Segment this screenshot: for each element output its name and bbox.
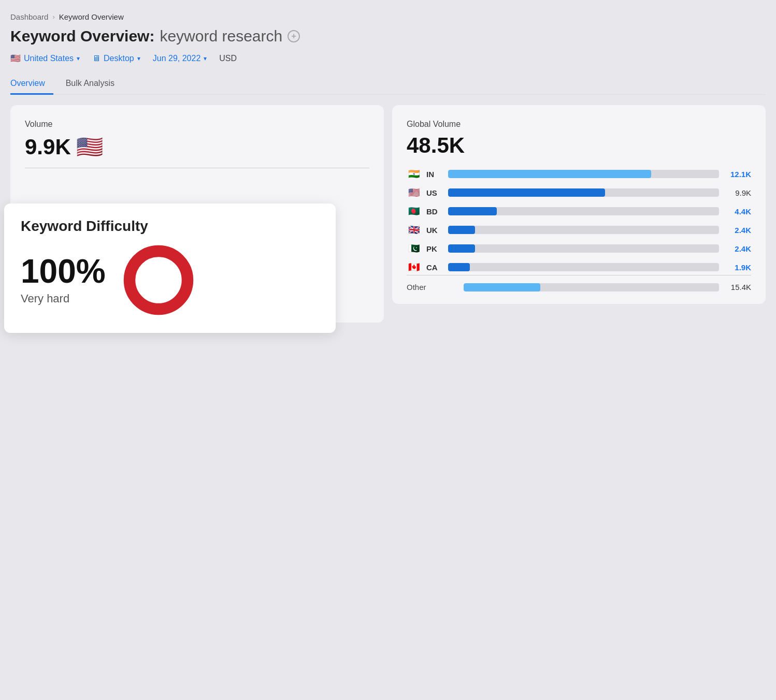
filters-row: 🇺🇸 United States ▾ 🖥 Desktop ▾ Jun 29, 2…	[10, 53, 766, 63]
country-count-pk: 2.4K	[724, 244, 751, 253]
country-flag-pk: 🇵🇰	[407, 243, 421, 254]
date-label: Jun 29, 2022	[153, 54, 201, 63]
page-title-prefix: Keyword Overview:	[10, 27, 154, 45]
gv-value: 48.5K	[407, 133, 751, 158]
country-row: 🇨🇦 CA 1.9K	[407, 261, 751, 273]
bar-fill-bd	[448, 207, 497, 215]
country-label: United States	[24, 54, 74, 63]
global-volume-card: Global Volume 48.5K 🇮🇳 IN 12.1K 🇺🇸 US 9.…	[392, 105, 766, 304]
gv-label: Global Volume	[407, 120, 751, 129]
tab-bulk-analysis[interactable]: Bulk Analysis	[66, 74, 123, 95]
bar-container-uk	[448, 226, 719, 234]
country-row: 🇺🇸 US 9.9K	[407, 187, 751, 198]
country-code-ca: CA	[426, 263, 443, 272]
bar-fill-in	[448, 170, 651, 178]
bar-container-ca	[448, 263, 719, 271]
cards-row: Volume 9.9K 🇺🇸 Keyword Difficulty 100% V…	[10, 105, 766, 323]
desktop-icon: 🖥	[92, 54, 100, 63]
bar-fill-pk	[448, 244, 475, 253]
kd-label: Keyword Difficulty	[21, 218, 319, 235]
bar-container-us	[448, 188, 719, 197]
volume-value: 9.9K 🇺🇸	[25, 134, 369, 159]
country-flag-uk: 🇬🇧	[407, 224, 421, 236]
kd-body: 100% Very hard	[21, 244, 319, 316]
page-title-keyword: keyword research	[160, 27, 282, 45]
bar-container-pk	[448, 244, 719, 253]
page-title-container: Keyword Overview: keyword research +	[10, 27, 766, 45]
volume-card: Volume 9.9K 🇺🇸 Keyword Difficulty 100% V…	[10, 105, 384, 323]
date-chevron-icon: ▾	[204, 55, 207, 62]
breadcrumb-parent[interactable]: Dashboard	[10, 12, 48, 21]
country-count-us: 9.9K	[724, 188, 751, 197]
volume-divider	[25, 168, 369, 168]
country-code-us: US	[426, 188, 443, 197]
other-bar-container	[464, 283, 719, 291]
country-flag-bd: 🇧🇩	[407, 206, 421, 217]
kd-percent: 100%	[21, 255, 106, 288]
country-count-ca: 1.9K	[724, 263, 751, 272]
device-filter[interactable]: 🖥 Desktop ▾	[92, 54, 140, 63]
country-count-bd: 4.4K	[724, 207, 751, 216]
country-filter[interactable]: 🇺🇸 United States ▾	[10, 53, 80, 63]
kd-left: 100% Very hard	[21, 255, 106, 305]
country-row: 🇬🇧 UK 2.4K	[407, 224, 751, 236]
kd-description: Very hard	[21, 292, 106, 305]
bar-fill-us	[448, 188, 605, 197]
kd-donut-chart	[122, 244, 195, 316]
currency-label: USD	[219, 54, 237, 63]
country-flag: 🇺🇸	[10, 53, 21, 63]
bar-fill-ca	[448, 263, 470, 271]
tab-overview[interactable]: Overview	[10, 74, 53, 95]
device-chevron-icon: ▾	[137, 55, 140, 62]
bar-container-in	[448, 170, 719, 178]
country-row: 🇧🇩 BD 4.4K	[407, 206, 751, 217]
country-flag-ca: 🇨🇦	[407, 261, 421, 273]
country-code-uk: UK	[426, 226, 443, 235]
other-label: Other	[407, 283, 438, 291]
country-count-uk: 2.4K	[724, 226, 751, 235]
country-flag-us: 🇺🇸	[407, 187, 421, 198]
country-chevron-icon: ▾	[77, 55, 80, 62]
country-code-pk: PK	[426, 244, 443, 253]
breadcrumb: Dashboard › Keyword Overview	[10, 12, 766, 21]
other-row: Other 15.4K	[407, 275, 751, 291]
country-row: 🇵🇰 PK 2.4K	[407, 243, 751, 254]
volume-flag: 🇺🇸	[76, 134, 103, 159]
breadcrumb-separator: ›	[52, 13, 54, 21]
country-code-in: IN	[426, 170, 443, 179]
device-label: Desktop	[104, 54, 134, 63]
volume-label: Volume	[25, 120, 369, 129]
add-keyword-button[interactable]: +	[288, 30, 300, 42]
keyword-difficulty-popup: Keyword Difficulty 100% Very hard	[4, 203, 336, 333]
tabs-container: Overview Bulk Analysis	[10, 74, 766, 95]
country-flag-in: 🇮🇳	[407, 168, 421, 180]
other-count: 15.4K	[724, 283, 751, 291]
country-code-bd: BD	[426, 207, 443, 216]
other-bar-fill	[464, 283, 540, 291]
country-count-in: 12.1K	[724, 170, 751, 179]
bar-fill-uk	[448, 226, 475, 234]
bar-container-bd	[448, 207, 719, 215]
country-row: 🇮🇳 IN 12.1K	[407, 168, 751, 180]
breadcrumb-current: Keyword Overview	[59, 12, 124, 21]
svg-point-2	[138, 260, 178, 300]
date-filter[interactable]: Jun 29, 2022 ▾	[153, 54, 207, 63]
country-rows: 🇮🇳 IN 12.1K 🇺🇸 US 9.9K 🇧🇩 BD 4.4K 🇬🇧 UK	[407, 168, 751, 273]
